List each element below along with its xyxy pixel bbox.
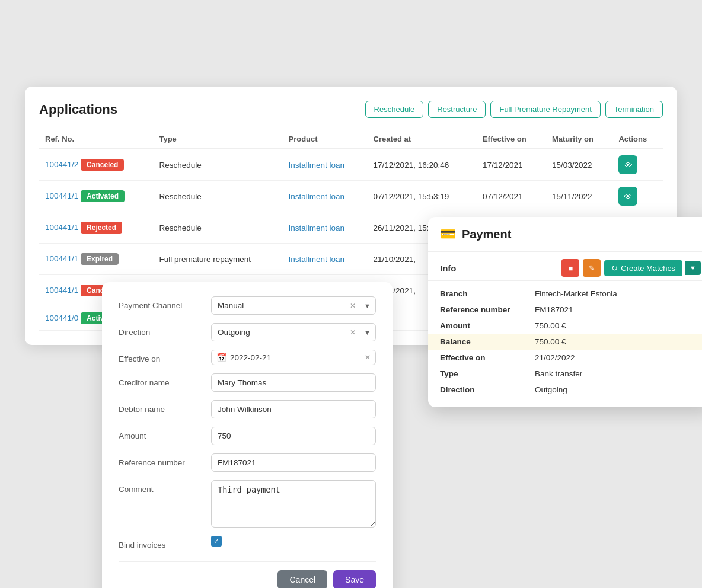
- payment-icon: 💳: [440, 226, 456, 242]
- info-value: Outgoing: [535, 385, 567, 394]
- view-button[interactable]: 👁: [618, 155, 637, 174]
- cell-product: Installment loan: [283, 212, 368, 244]
- view-button[interactable]: 👁: [618, 187, 637, 206]
- payment-channel-clear-icon[interactable]: ✕: [346, 302, 359, 310]
- cell-type: Full premature repayment: [153, 244, 282, 275]
- ref-link[interactable]: 100441/2: [45, 160, 78, 169]
- cell-actions: 👁: [612, 181, 663, 212]
- info-row: Balance 750.00 €: [428, 334, 702, 350]
- reference-number-label: Reference number: [119, 453, 202, 467]
- bind-invoices-label: Bind invoices: [119, 536, 202, 549]
- save-button[interactable]: Save: [333, 570, 376, 588]
- ref-link[interactable]: 100441/0: [45, 314, 78, 322]
- stop-button[interactable]: ■: [561, 259, 579, 277]
- status-badge: Rejected: [81, 222, 122, 234]
- debtor-name-row: Debtor name: [119, 400, 376, 418]
- cell-created-at: 07/12/2021, 15:53:19: [368, 181, 477, 212]
- effective-on-date[interactable]: 📅 ✕: [211, 350, 376, 365]
- header-buttons: Reschedule Restructure Full Premature Re…: [365, 101, 663, 118]
- page-title: Applications: [39, 102, 117, 117]
- amount-label: Amount: [119, 427, 202, 440]
- create-matches-button[interactable]: ↻ Create Matches: [604, 260, 682, 276]
- comment-textarea[interactable]: [211, 480, 376, 528]
- product-link[interactable]: Installment loan: [289, 255, 345, 264]
- edit-icon: ✎: [589, 264, 595, 273]
- info-value: FM187021: [535, 305, 573, 314]
- cell-ref: 100441/1 Activated: [39, 181, 153, 212]
- ref-link[interactable]: 100441/1: [45, 254, 78, 263]
- calendar-icon: 📅: [216, 353, 226, 362]
- info-label: Branch: [440, 289, 535, 298]
- create-matches-dropdown-button[interactable]: ▼: [685, 261, 701, 275]
- effective-on-label: Effective on: [119, 350, 202, 363]
- payment-modal-tabs: Info ■ ✎ ↻ Create Matches ▼: [428, 252, 702, 281]
- cancel-button[interactable]: Cancel: [277, 570, 327, 588]
- effective-on-input[interactable]: [230, 353, 361, 362]
- info-value: Bank transfer: [535, 369, 582, 378]
- info-label: Effective on: [440, 353, 535, 362]
- payment-channel-dropdown-icon[interactable]: ▼: [359, 302, 375, 309]
- col-actions: Actions: [612, 130, 663, 149]
- effective-on-row: Effective on 📅 ✕: [119, 350, 376, 365]
- col-ref-no: Ref. No.: [39, 130, 153, 149]
- direction-dropdown-icon[interactable]: ▼: [359, 329, 375, 336]
- info-row: Effective on 21/02/2022: [440, 350, 701, 366]
- bind-invoices-checkbox[interactable]: ✓: [211, 536, 222, 547]
- payment-modal-title: Payment: [462, 228, 511, 241]
- amount-row: Amount: [119, 427, 376, 445]
- product-link[interactable]: Installment loan: [289, 192, 345, 201]
- cell-type: Reschedule: [153, 181, 282, 212]
- table-row: 100441/2 Canceled Reschedule Installment…: [39, 149, 663, 181]
- creditor-name-label: Creditor name: [119, 373, 202, 387]
- info-value: 750.00 €: [535, 321, 566, 330]
- cell-created-at: 17/12/2021, 16:20:46: [368, 149, 477, 181]
- full-premature-repayment-button[interactable]: Full Premature Repayment: [490, 101, 600, 118]
- creditor-name-input[interactable]: [211, 373, 376, 392]
- date-clear-icon[interactable]: ✕: [365, 353, 371, 362]
- cell-product: Installment loan: [283, 244, 368, 275]
- info-label: Direction: [440, 385, 535, 394]
- restructure-button[interactable]: Restructure: [428, 101, 486, 118]
- tab-info-row: Info ■ ✎ ↻ Create Matches ▼: [440, 252, 701, 280]
- payment-channel-value: Manual: [212, 297, 346, 314]
- cell-maturity-on: 15/03/2022: [546, 149, 612, 181]
- direction-clear-icon[interactable]: ✕: [346, 328, 359, 337]
- direction-select[interactable]: Outgoing ✕ ▼: [211, 323, 376, 341]
- reference-number-row: Reference number: [119, 453, 376, 472]
- col-maturity-on: Maturity on: [546, 130, 612, 149]
- info-label: Amount: [440, 321, 535, 330]
- cell-product: Installment loan: [283, 149, 368, 181]
- reference-number-input[interactable]: [211, 453, 376, 472]
- col-effective-on: Effective on: [477, 130, 546, 149]
- info-row: Type Bank transfer: [440, 366, 701, 382]
- direction-row: Direction Outgoing ✕ ▼: [119, 323, 376, 341]
- debtor-name-input[interactable]: [211, 400, 376, 418]
- info-row: Branch Fintech-Market Estonia: [440, 286, 701, 302]
- bind-invoices-checkbox-wrapper[interactable]: ✓: [211, 536, 222, 547]
- termination-button[interactable]: Termination: [605, 101, 663, 118]
- ref-link[interactable]: 100441/1: [45, 286, 78, 295]
- cell-effective-on: 17/12/2021: [477, 149, 546, 181]
- bind-invoices-row: Bind invoices ✓: [119, 536, 376, 549]
- info-label: Reference number: [440, 305, 535, 314]
- col-type: Type: [153, 130, 282, 149]
- reschedule-button[interactable]: Reschedule: [365, 101, 424, 118]
- comment-row: Comment: [119, 480, 376, 528]
- product-link[interactable]: Installment loan: [289, 161, 345, 170]
- ref-link[interactable]: 100441/1: [45, 223, 78, 232]
- direction-label: Direction: [119, 323, 202, 337]
- info-value: Fintech-Market Estonia: [535, 289, 617, 298]
- amount-input[interactable]: [211, 427, 376, 445]
- ref-link[interactable]: 100441/1: [45, 191, 78, 200]
- payment-channel-select[interactable]: Manual ✕ ▼: [211, 296, 376, 315]
- cell-type: Reschedule: [153, 212, 282, 244]
- cell-ref: 100441/1 Expired: [39, 244, 153, 275]
- info-label: Type: [440, 369, 535, 378]
- product-link[interactable]: Installment loan: [289, 223, 345, 232]
- debtor-name-label: Debtor name: [119, 400, 202, 414]
- edit-button[interactable]: ✎: [583, 259, 601, 277]
- info-row: Amount 750.00 €: [440, 318, 701, 334]
- col-product: Product: [283, 130, 368, 149]
- status-badge: Canceled: [81, 159, 124, 171]
- tab-info-label[interactable]: Info: [440, 263, 457, 273]
